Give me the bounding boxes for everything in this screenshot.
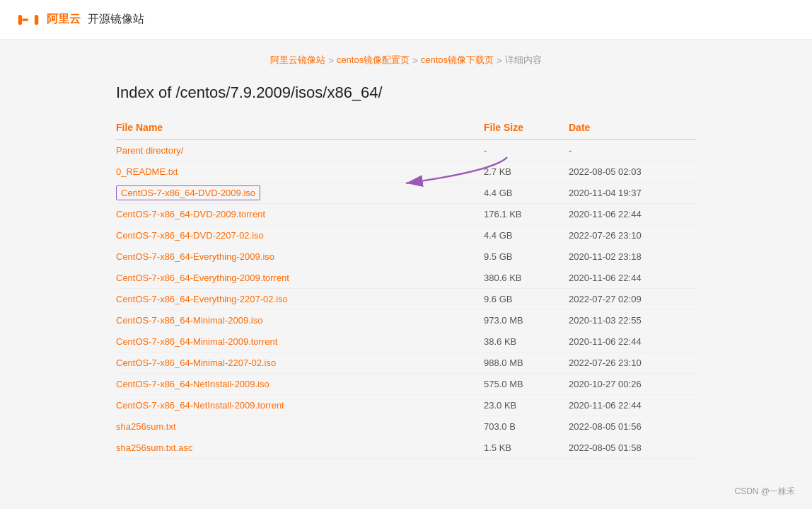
file-table: File Name File Size Date Parent director… bbox=[116, 116, 696, 459]
file-link[interactable]: CentOS-7-x86_64-NetInstall-2009.iso bbox=[116, 379, 269, 389]
file-size-cell: 38.6 KB bbox=[484, 331, 569, 353]
file-size-cell: - bbox=[484, 139, 569, 161]
site-name: 开源镜像站 bbox=[88, 12, 144, 27]
file-size-cell: 575.0 MB bbox=[484, 374, 569, 395]
file-link[interactable]: CentOS-7-x86_64-NetInstall-2009.torrent bbox=[116, 400, 284, 411]
file-link[interactable]: CentOS-7-x86_64-Minimal-2009.iso bbox=[116, 315, 262, 326]
file-link[interactable]: sha256sum.txt bbox=[116, 421, 176, 432]
breadcrumb-sep-2: > bbox=[412, 55, 418, 66]
breadcrumb-link-3[interactable]: centos镜像下载页 bbox=[421, 54, 494, 67]
table-row: sha256sum.txt.asc1.5 KB2022-08-05 01:58 bbox=[116, 437, 696, 459]
svg-rect-2 bbox=[35, 14, 38, 24]
breadcrumb-link-2[interactable]: centos镜像配置页 bbox=[337, 54, 410, 67]
file-date-cell: 2022-07-26 23:10 bbox=[569, 353, 696, 374]
file-date-cell: 2020-10-27 00:26 bbox=[569, 374, 696, 395]
col-header-size: File Size bbox=[484, 116, 569, 139]
file-date-cell: 2020-11-04 19:37 bbox=[569, 183, 696, 204]
file-name-cell: 0_README.txt bbox=[116, 161, 484, 183]
file-date-cell: 2020-11-02 23:18 bbox=[569, 246, 696, 268]
file-date-cell: - bbox=[569, 139, 696, 161]
col-header-date: Date bbox=[569, 116, 696, 139]
table-row: Parent directory/-- bbox=[116, 139, 696, 161]
table-body: Parent directory/--0_README.txt2.7 KB202… bbox=[116, 139, 696, 459]
table-row: CentOS-7-x86_64-Minimal-2207-02.iso988.0… bbox=[116, 353, 696, 374]
svg-rect-1 bbox=[22, 18, 28, 21]
file-link[interactable]: 0_README.txt bbox=[116, 166, 178, 177]
file-name-cell: CentOS-7-x86_64-Everything-2009.torrent bbox=[116, 268, 484, 289]
file-size-cell: 988.0 MB bbox=[484, 353, 569, 374]
breadcrumb-sep-3: > bbox=[497, 55, 502, 66]
file-date-cell: 2020-11-06 22:44 bbox=[569, 268, 696, 289]
file-name-cell: CentOS-7-x86_64-DVD-2207-02.iso bbox=[116, 225, 484, 246]
file-date-cell: 2022-08-05 01:56 bbox=[569, 416, 696, 437]
table-row: CentOS-7-x86_64-Minimal-2009.iso973.0 MB… bbox=[116, 310, 696, 331]
table-row: 0_README.txt2.7 KB2022-08-05 02:03 bbox=[116, 161, 696, 183]
table-row: CentOS-7-x86_64-Everything-2207-02.iso9.… bbox=[116, 289, 696, 310]
file-link[interactable]: CentOS-7-x86_64-Everything-2009.torrent bbox=[116, 273, 289, 283]
file-size-cell: 4.4 GB bbox=[484, 183, 569, 204]
file-link[interactable]: CentOS-7-x86_64-DVD-2009.iso bbox=[116, 185, 260, 200]
file-date-cell: 2022-08-05 01:58 bbox=[569, 437, 696, 459]
file-name-cell: CentOS-7-x86_64-DVD-2009.iso bbox=[116, 183, 484, 204]
logo-text: 阿里云 bbox=[47, 12, 81, 27]
file-size-cell: 23.0 KB bbox=[484, 395, 569, 416]
file-link[interactable]: CentOS-7-x86_64-Minimal-2207-02.iso bbox=[116, 358, 276, 368]
file-link[interactable]: CentOS-7-x86_64-Minimal-2009.torrent bbox=[116, 336, 277, 347]
col-header-name: File Name bbox=[116, 116, 484, 139]
table-row: CentOS-7-x86_64-Minimal-2009.torrent38.6… bbox=[116, 331, 696, 353]
file-date-cell: 2022-07-27 02:09 bbox=[569, 289, 696, 310]
table-row: CentOS-7-x86_64-Everything-2009.iso9.5 G… bbox=[116, 246, 696, 268]
file-name-cell: CentOS-7-x86_64-DVD-2009.torrent bbox=[116, 204, 484, 225]
header: 阿里云 开源镜像站 bbox=[0, 0, 812, 40]
file-date-cell: 2020-11-03 22:55 bbox=[569, 310, 696, 331]
file-name-cell: CentOS-7-x86_64-Everything-2207-02.iso bbox=[116, 289, 484, 310]
file-table-wrapper: File Name File Size Date Parent director… bbox=[116, 116, 696, 459]
file-size-cell: 973.0 MB bbox=[484, 310, 569, 331]
file-name-cell: CentOS-7-x86_64-Minimal-2009.torrent bbox=[116, 331, 484, 353]
file-link[interactable]: sha256sum.txt.asc bbox=[116, 442, 192, 453]
table-row: CentOS-7-x86_64-Everything-2009.torrent3… bbox=[116, 268, 696, 289]
file-date-cell: 2022-07-26 23:10 bbox=[569, 225, 696, 246]
file-date-cell: 2020-11-06 22:44 bbox=[569, 395, 696, 416]
table-row: CentOS-7-x86_64-DVD-2009.torrent176.1 KB… bbox=[116, 204, 696, 225]
footer-text: CSDN @一株禾 bbox=[734, 486, 795, 496]
file-name-cell: CentOS-7-x86_64-NetInstall-2009.iso bbox=[116, 374, 484, 395]
file-name-cell: CentOS-7-x86_64-NetInstall-2009.torrent bbox=[116, 395, 484, 416]
file-date-cell: 2020-11-06 22:44 bbox=[569, 204, 696, 225]
logo-icon bbox=[17, 8, 40, 31]
file-link[interactable]: CentOS-7-x86_64-DVD-2009.torrent bbox=[116, 209, 265, 219]
file-date-cell: 2022-08-05 02:03 bbox=[569, 161, 696, 183]
file-name-cell: CentOS-7-x86_64-Minimal-2009.iso bbox=[116, 310, 484, 331]
file-link[interactable]: CentOS-7-x86_64-Everything-2009.iso bbox=[116, 251, 274, 262]
file-size-cell: 4.4 GB bbox=[484, 225, 569, 246]
file-link[interactable]: Parent directory/ bbox=[116, 145, 183, 156]
table-row: CentOS-7-x86_64-NetInstall-2009.torrent2… bbox=[116, 395, 696, 416]
file-name-cell: CentOS-7-x86_64-Minimal-2207-02.iso bbox=[116, 353, 484, 374]
file-link[interactable]: CentOS-7-x86_64-Everything-2207-02.iso bbox=[116, 294, 288, 304]
breadcrumb-link-1[interactable]: 阿里云镜像站 bbox=[270, 54, 325, 67]
main-content: 阿里云镜像站 > centos镜像配置页 > centos镜像下载页 > 详细内… bbox=[88, 40, 724, 487]
file-link[interactable]: CentOS-7-x86_64-DVD-2207-02.iso bbox=[116, 230, 264, 241]
table-row: CentOS-7-x86_64-DVD-2009.iso4.4 GB2020-1… bbox=[116, 183, 696, 204]
file-size-cell: 1.5 KB bbox=[484, 437, 569, 459]
file-size-cell: 9.5 GB bbox=[484, 246, 569, 268]
file-size-cell: 380.6 KB bbox=[484, 268, 569, 289]
file-name-cell: CentOS-7-x86_64-Everything-2009.iso bbox=[116, 246, 484, 268]
footer: CSDN @一株禾 bbox=[734, 486, 795, 498]
file-size-cell: 703.0 B bbox=[484, 416, 569, 437]
file-size-cell: 176.1 KB bbox=[484, 204, 569, 225]
breadcrumb-sep-1: > bbox=[328, 55, 334, 66]
table-header: File Name File Size Date bbox=[116, 116, 696, 139]
file-size-cell: 9.6 GB bbox=[484, 289, 569, 310]
table-row: CentOS-7-x86_64-DVD-2207-02.iso4.4 GB202… bbox=[116, 225, 696, 246]
file-size-cell: 2.7 KB bbox=[484, 161, 569, 183]
logo-area: 阿里云 开源镜像站 bbox=[17, 8, 144, 31]
breadcrumb-current: 详细内容 bbox=[505, 54, 542, 67]
breadcrumb: 阿里云镜像站 > centos镜像配置页 > centos镜像下载页 > 详细内… bbox=[116, 54, 696, 67]
file-name-cell: sha256sum.txt.asc bbox=[116, 437, 484, 459]
svg-rect-0 bbox=[18, 14, 22, 24]
file-name-cell: sha256sum.txt bbox=[116, 416, 484, 437]
file-date-cell: 2020-11-06 22:44 bbox=[569, 331, 696, 353]
file-name-cell: Parent directory/ bbox=[116, 139, 484, 161]
page-title: Index of /centos/7.9.2009/isos/x86_64/ bbox=[116, 84, 696, 102]
